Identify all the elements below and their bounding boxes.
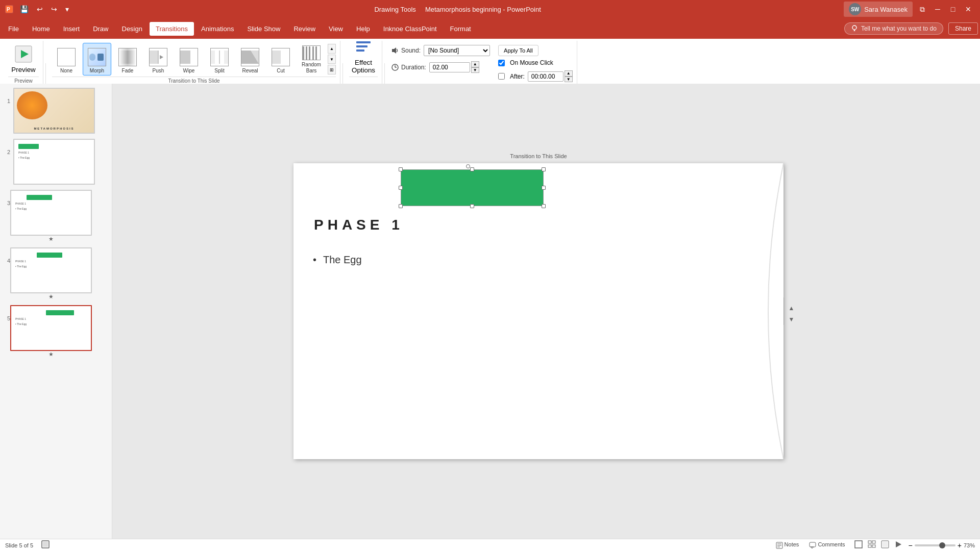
tell-me-search[interactable]: Tell me what you want to do — [844, 22, 943, 35]
menu-file[interactable]: File — [2, 22, 25, 36]
svg-rect-43 — [868, 541, 871, 543]
slide-1-thumbnail[interactable]: METAMORPHOSIS — [13, 88, 95, 134]
transition-random-bars[interactable]: Random Bars — [297, 43, 326, 76]
apply-to-all-button[interactable]: Apply To All — [498, 45, 538, 56]
titlebar: P 💾 ↩ ↪ ▾ Drawing Tools Metamorphosis be… — [0, 0, 980, 18]
zoom-in-button[interactable]: + — [958, 541, 962, 549]
slide-5-thumbnail[interactable]: PHASE 1 • The Egg — [10, 305, 92, 351]
undo-button[interactable]: ↩ — [34, 4, 45, 14]
sep3 — [384, 63, 385, 84]
slide-num-1: 1 — [3, 98, 10, 104]
maximize-button[interactable]: □ — [946, 3, 960, 16]
svg-marker-41 — [811, 547, 814, 548]
reveal-label: Reveal — [242, 68, 258, 74]
slide-sorter-icon — [868, 540, 876, 548]
bullet-dot: • — [313, 254, 316, 266]
save-button[interactable]: 💾 — [17, 4, 31, 14]
svg-marker-30 — [392, 47, 396, 54]
zoom-out-button[interactable]: − — [909, 541, 913, 549]
sound-select[interactable]: [No Sound] — [424, 45, 490, 56]
transition-fade[interactable]: Fade — [113, 43, 142, 76]
speaker-icon — [391, 46, 399, 55]
menu-help[interactable]: Help — [350, 22, 376, 36]
notes-button[interactable]: Notes — [773, 540, 802, 549]
slide-thumb-5[interactable]: 5 PHASE 1 • The Egg ★ — [2, 304, 110, 359]
redo-button[interactable]: ↪ — [48, 4, 60, 14]
comments-button[interactable]: Comments — [806, 540, 848, 549]
minimize-button[interactable]: ─ — [931, 3, 944, 16]
menu-review[interactable]: Review — [287, 22, 322, 36]
transitions-scroll[interactable]: ▲ ▼ ⊞ — [328, 43, 336, 76]
effect-options-button[interactable]: Effect Options — [349, 43, 378, 76]
menu-animations[interactable]: Animations — [195, 22, 240, 36]
menu-inknoe[interactable]: Inknoe ClassPoint — [377, 22, 443, 36]
rotation-handle[interactable] — [466, 164, 470, 168]
svg-rect-23 — [306, 46, 307, 60]
restore-button[interactable]: ⧉ — [916, 3, 929, 16]
transition-split[interactable]: Split — [205, 43, 234, 76]
menu-transitions[interactable]: Transitions — [150, 22, 194, 36]
expand-transitions-button[interactable]: ⊞ — [328, 65, 336, 74]
random-bars-label: Random Bars — [300, 62, 323, 74]
preview-section-label: Preview — [8, 77, 39, 84]
status-right: Notes Comments − + 73% — [773, 539, 975, 551]
on-mouse-click-checkbox[interactable] — [498, 60, 505, 66]
slide-2-thumbnail[interactable]: PHASE 1 • The Egg — [13, 139, 95, 185]
svg-rect-48 — [883, 542, 888, 547]
transition-none[interactable]: None — [52, 43, 81, 76]
morph-icon — [88, 48, 106, 66]
menu-draw[interactable]: Draw — [87, 22, 114, 36]
duration-up-button[interactable]: ▲ — [471, 61, 479, 67]
duration-down-button[interactable]: ▼ — [471, 67, 479, 73]
transition-morph[interactable]: Morph — [83, 43, 111, 76]
transition-cut[interactable]: Cut — [266, 43, 295, 76]
slide-3-thumbnail[interactable]: PHASE 1 • The Egg — [10, 190, 92, 236]
slide5-text: PHASE 1 — [15, 317, 26, 320]
transition-wipe[interactable]: Wipe — [175, 43, 203, 76]
slideshow-view-button[interactable] — [892, 539, 904, 551]
transition-push[interactable]: Push — [144, 43, 173, 76]
user-area[interactable]: SW Sara Wanasek — [844, 2, 913, 17]
close-button[interactable]: ✕ — [962, 3, 975, 16]
push-icon — [149, 48, 167, 66]
menu-home[interactable]: Home — [26, 22, 56, 36]
menu-design[interactable]: Design — [116, 22, 149, 36]
sep1 — [45, 63, 46, 84]
handle-tr — [542, 167, 546, 171]
menu-bar-right: Tell me what you want to do Share — [844, 22, 978, 35]
fade-icon — [118, 48, 137, 66]
duration-input[interactable] — [429, 62, 470, 72]
preview-button[interactable]: Preview — [8, 43, 39, 76]
slide-thumb-2[interactable]: 2 PHASE 1 • The Egg — [2, 138, 110, 186]
after-checkbox[interactable] — [498, 73, 505, 80]
fit-slide-button[interactable] — [39, 539, 52, 551]
menu-slideshow[interactable]: Slide Show — [241, 22, 286, 36]
after-input[interactable] — [528, 71, 564, 82]
scroll-up-canvas[interactable]: ▲ — [787, 303, 797, 314]
ribbon-group-transitions: None Morph Fade Push — [48, 41, 340, 84]
slide-sorter-button[interactable] — [866, 539, 878, 551]
sound-label: Sound: — [401, 47, 421, 54]
transition-reveal[interactable]: Reveal — [236, 43, 264, 76]
menu-format[interactable]: Format — [444, 22, 477, 36]
after-up-button[interactable]: ▲ — [565, 70, 573, 77]
slide-thumb-1[interactable]: 1 METAMORPHOSIS — [2, 87, 110, 135]
slide-4-thumbnail[interactable]: PHASE 1 • The Egg — [10, 247, 92, 293]
slide-num-3: 3 — [3, 200, 10, 206]
reading-view-button[interactable] — [879, 539, 891, 551]
slide-thumb-3[interactable]: 3 PHASE 1 • The Egg ★ — [2, 189, 110, 243]
normal-view-button[interactable] — [852, 539, 865, 551]
menu-view[interactable]: View — [323, 22, 349, 36]
green-rectangle[interactable] — [401, 169, 544, 206]
scroll-up-button[interactable]: ▲ — [328, 44, 336, 54]
zoom-slider[interactable] — [915, 544, 955, 546]
share-button[interactable]: Share — [948, 22, 978, 35]
duration-input-area: ▲ ▼ — [429, 61, 479, 73]
menu-insert[interactable]: Insert — [57, 22, 86, 36]
scroll-down-canvas[interactable]: ▼ — [787, 314, 797, 325]
slide-canvas[interactable]: PHASE 1 • The Egg — [293, 163, 783, 459]
customize-quick-access-button[interactable]: ▾ — [63, 4, 71, 14]
scroll-down-button[interactable]: ▼ — [328, 55, 336, 64]
after-down-button[interactable]: ▼ — [565, 77, 573, 83]
slide-thumb-4[interactable]: 4 PHASE 1 • The Egg ★ — [2, 246, 110, 301]
